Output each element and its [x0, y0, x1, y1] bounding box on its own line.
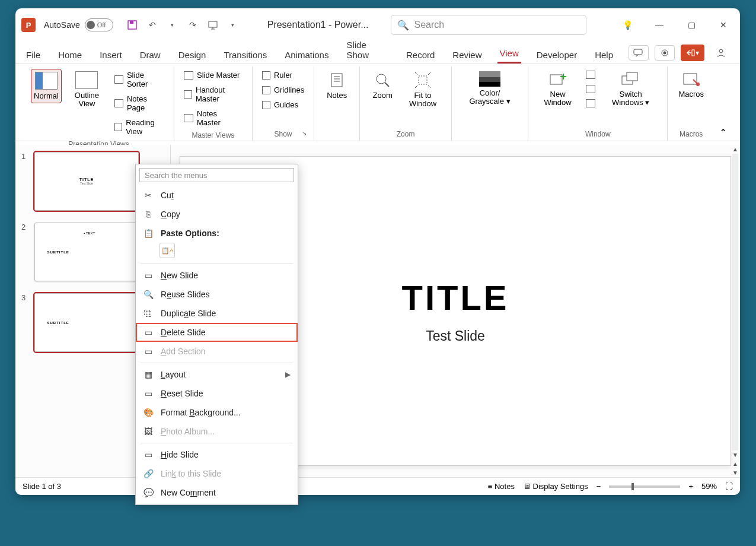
tab-draw[interactable]: Draw: [138, 46, 163, 64]
tab-transitions[interactable]: Transitions: [221, 46, 269, 64]
tab-home[interactable]: Home: [56, 46, 84, 64]
search-placeholder: Search: [414, 20, 444, 30]
account-icon[interactable]: [710, 42, 732, 64]
menu-reuse-slides[interactable]: 🔍Reuse Slides: [136, 285, 298, 304]
cascade-icon: [586, 85, 595, 93]
notes-page-button[interactable]: Notes Page: [112, 93, 167, 114]
undo-dropdown[interactable]: ▾: [164, 17, 181, 33]
undo-button[interactable]: ↶: [144, 17, 161, 33]
tab-developer[interactable]: Developer: [534, 46, 579, 64]
tab-slideshow[interactable]: Slide Show: [344, 36, 391, 64]
menu-format-background[interactable]: 🎨Format Background...: [136, 403, 298, 422]
scroll-down-icon[interactable]: ▼: [731, 450, 739, 459]
color-grayscale-button[interactable]: Color/ Grayscale ▾: [459, 69, 521, 109]
redo-button[interactable]: ↷: [184, 17, 201, 33]
minimize-button[interactable]: —: [649, 14, 670, 36]
menu-delete-slide[interactable]: ▭Delete Slide: [136, 323, 298, 342]
context-menu: Search the menus ✂Cut ⎘Copy 📋Paste Optio…: [135, 164, 298, 505]
notes-toggle[interactable]: ≡ Notes: [488, 482, 515, 491]
handout-master-button[interactable]: Handout Master: [181, 84, 245, 105]
ruler-checkbox[interactable]: Ruler: [260, 69, 307, 81]
menu-search-input[interactable]: Search the menus: [139, 168, 294, 182]
lightbulb-icon[interactable]: 💡: [617, 14, 638, 36]
outline-view-button[interactable]: Outline View: [65, 69, 109, 111]
paste-keep-formatting-button[interactable]: 📋A: [160, 243, 175, 258]
fit-to-window-button[interactable]: Fit to Window: [401, 69, 444, 111]
tab-help[interactable]: Help: [592, 46, 615, 64]
menu-duplicate-slide[interactable]: ⿻Duplicate Slide: [136, 304, 298, 323]
tab-file[interactable]: File: [24, 46, 43, 64]
slide-thumbnail-3[interactable]: SUBTITLE: [34, 293, 139, 352]
macros-button[interactable]: Macros: [675, 69, 707, 101]
zoom-slider[interactable]: [609, 485, 680, 488]
slide-thumbnail-1[interactable]: TITLE Test Slide: [34, 152, 139, 211]
menu-new-comment[interactable]: 💬New Comment: [136, 483, 298, 502]
switch-windows-button[interactable]: Switch Windows ▾: [601, 69, 660, 110]
tab-animations[interactable]: Animations: [282, 46, 331, 64]
powerpoint-window: P AutoSave Off ↶ ▾ ↷ ▾ Presentation1 - P…: [15, 8, 740, 495]
scroll-track[interactable]: [732, 154, 738, 450]
notes-button[interactable]: Notes: [321, 69, 352, 102]
display-settings-button[interactable]: 🖥 Display Settings: [523, 482, 588, 491]
menu-reset-slide[interactable]: ▭Reset Slide: [136, 384, 298, 403]
menu-paste-options-label: 📋Paste Options:: [136, 224, 298, 243]
menu-hide-slide[interactable]: ▭Hide Slide: [136, 445, 298, 464]
tab-insert[interactable]: Insert: [97, 46, 125, 64]
tab-view[interactable]: View: [497, 45, 521, 64]
slide-thumbnail-2[interactable]: SUBTITLE • TEXT: [34, 223, 139, 281]
arrange-all-button[interactable]: [583, 69, 598, 81]
guides-checkbox[interactable]: Guides: [260, 99, 307, 111]
tab-record[interactable]: Record: [404, 46, 437, 64]
svg-point-7: [664, 52, 666, 55]
document-title: Presentation1 - Power...: [267, 20, 369, 30]
zoom-percent[interactable]: 59%: [701, 482, 717, 491]
move-split-button[interactable]: [583, 97, 598, 109]
layout-icon: ▦: [143, 369, 154, 380]
slide-subtitle-text[interactable]: Test Slide: [426, 328, 485, 344]
fit-slide-button[interactable]: ⛶: [725, 482, 733, 491]
ribbon-content: Normal Outline View Slide Sorter Notes P…: [15, 64, 740, 141]
menu-new-slide[interactable]: ▭New Slide: [136, 266, 298, 285]
separator: [141, 264, 293, 264]
collapse-ribbon-button[interactable]: ⌃: [714, 125, 732, 141]
slide-sorter-button[interactable]: Slide Sorter: [112, 69, 167, 90]
tab-design[interactable]: Design: [176, 46, 209, 64]
checkbox-icon: [262, 71, 270, 80]
new-window-button[interactable]: New Window: [535, 69, 580, 110]
slide-title-text[interactable]: TITLE: [401, 278, 509, 318]
slide-master-button[interactable]: Slide Master: [181, 69, 245, 81]
separator: [141, 443, 293, 443]
zoom-out-button[interactable]: −: [596, 482, 601, 491]
zoom-button[interactable]: Zoom: [367, 69, 398, 102]
maximize-button[interactable]: ▢: [681, 14, 702, 36]
cascade-button[interactable]: [583, 83, 598, 95]
vertical-scrollbar[interactable]: ▲ ▼ ▲ ▼: [731, 145, 740, 477]
delete-icon: ▭: [143, 327, 154, 338]
menu-copy[interactable]: ⎘Copy: [136, 205, 298, 224]
dialog-launcher-icon[interactable]: ↘: [302, 130, 307, 136]
close-button[interactable]: ✕: [713, 14, 734, 36]
svg-rect-8: [692, 50, 694, 56]
search-icon: 🔍: [397, 20, 409, 31]
save-button[interactable]: [124, 17, 141, 33]
tab-review[interactable]: Review: [450, 46, 484, 64]
share-button[interactable]: ▾: [681, 45, 704, 61]
gridlines-checkbox[interactable]: Gridlines: [260, 84, 307, 96]
next-slide-icon[interactable]: ▼: [731, 468, 739, 477]
qat-customize[interactable]: ▾: [225, 17, 241, 33]
zoom-in-button[interactable]: +: [688, 482, 693, 491]
scroll-up-icon[interactable]: ▲: [731, 145, 739, 154]
menu-cut[interactable]: ✂Cut: [136, 186, 298, 205]
normal-view-button[interactable]: Normal: [31, 69, 62, 103]
camera-record-button[interactable]: [655, 45, 675, 61]
notes-master-button[interactable]: Notes Master: [181, 107, 245, 129]
prev-slide-icon[interactable]: ▲: [731, 459, 739, 468]
svg-rect-2: [209, 21, 217, 27]
reading-view-button[interactable]: Reading View: [112, 116, 167, 138]
search-input[interactable]: 🔍 Search: [391, 15, 586, 35]
comments-button[interactable]: [629, 45, 649, 61]
slideshow-start-button[interactable]: [205, 17, 221, 33]
thumb-number: 2: [21, 223, 30, 281]
autosave-toggle[interactable]: Off: [85, 18, 113, 31]
menu-layout[interactable]: ▦Layout▶: [136, 365, 298, 384]
